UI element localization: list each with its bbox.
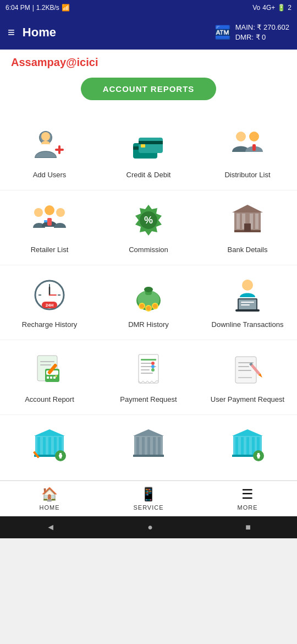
nav-home-label: HOME bbox=[40, 504, 60, 511]
nav-more[interactable]: ☰ MORE bbox=[198, 487, 297, 511]
hamburger-menu[interactable]: ≡ bbox=[8, 25, 15, 40]
bank3-icon bbox=[228, 425, 267, 465]
brand-section: Assampay@icici bbox=[0, 50, 297, 72]
svg-rect-108 bbox=[252, 437, 255, 455]
svg-rect-85 bbox=[37, 437, 40, 455]
commission-icon: % bbox=[129, 200, 168, 240]
svg-point-46 bbox=[140, 304, 144, 308]
svg-point-14 bbox=[45, 205, 54, 215]
payment-request-icon bbox=[129, 350, 168, 390]
svg-rect-52 bbox=[235, 309, 260, 312]
svg-point-15 bbox=[56, 208, 65, 217]
account-reports-button[interactable]: ACCOUNT REPORTS bbox=[81, 78, 217, 100]
grid-item-user-payment-request[interactable]: User Payment Request bbox=[198, 340, 297, 415]
dmr-history-label: DMR History bbox=[128, 320, 169, 330]
svg-rect-12 bbox=[252, 144, 256, 151]
svg-rect-27 bbox=[255, 214, 258, 229]
header-balance: 🏧 MAIN: ₹ 270.602 DMR: ₹ 0 bbox=[215, 23, 289, 42]
grid-item-bank3[interactable] bbox=[198, 415, 297, 481]
network-speed: | bbox=[32, 4, 34, 12]
grid-item-account-report[interactable]: Account Report bbox=[0, 340, 99, 415]
svg-rect-98 bbox=[142, 437, 145, 455]
main-balance: MAIN: ₹ 270.602 bbox=[235, 23, 289, 32]
bank-details-icon bbox=[228, 200, 267, 240]
svg-rect-107 bbox=[246, 437, 249, 455]
grid-item-bank1[interactable] bbox=[0, 415, 99, 481]
user-payment-request-label: User Payment Request bbox=[211, 395, 284, 405]
grid-item-distributor-list[interactable]: Distributor List bbox=[198, 116, 297, 190]
grid-item-retailer-list[interactable]: Retailer List bbox=[0, 190, 99, 265]
grid-item-dmr-history[interactable]: DMR History bbox=[99, 265, 198, 340]
svg-rect-67 bbox=[141, 359, 156, 361]
service-icon: 📱 bbox=[140, 487, 157, 502]
grid-item-credit-debit[interactable]: Credit & Debit bbox=[99, 116, 198, 190]
signal-icon: Vo bbox=[252, 4, 260, 12]
grid-item-recharge-history[interactable]: 24H Recharge History bbox=[0, 265, 99, 340]
svg-rect-9 bbox=[141, 144, 145, 148]
svg-rect-53 bbox=[241, 302, 254, 303]
bank2-icon bbox=[129, 425, 168, 465]
add-users-label: Add Users bbox=[33, 171, 67, 180]
nav-more-label: MORE bbox=[238, 504, 258, 511]
android-square-button[interactable]: ■ bbox=[245, 522, 251, 532]
account-report-icon bbox=[30, 350, 69, 390]
svg-rect-70 bbox=[141, 369, 150, 370]
svg-text:24H: 24H bbox=[46, 303, 54, 308]
status-left: 6:04 PM | 1.2KB/s 📶 bbox=[6, 4, 70, 12]
svg-rect-105 bbox=[235, 437, 238, 455]
svg-point-72 bbox=[151, 362, 155, 365]
svg-rect-17 bbox=[44, 220, 47, 222]
svg-marker-83 bbox=[34, 429, 65, 436]
android-nav-bar: ◄ ● ■ bbox=[0, 516, 297, 538]
svg-rect-101 bbox=[158, 437, 161, 455]
android-back-button[interactable]: ◄ bbox=[46, 522, 55, 532]
svg-rect-58 bbox=[40, 364, 51, 365]
nav-service-label: SERVICE bbox=[133, 504, 163, 511]
svg-rect-93 bbox=[59, 453, 62, 459]
grid-item-bank-details[interactable]: Bank Details bbox=[198, 190, 297, 265]
grid-item-downline-transactions[interactable]: Downline Transactions bbox=[198, 265, 297, 340]
svg-rect-106 bbox=[241, 437, 244, 455]
grid-item-commission[interactable]: % Commission bbox=[99, 190, 198, 265]
grid-item-payment-request[interactable]: Payment Request bbox=[99, 340, 198, 415]
svg-rect-8 bbox=[139, 141, 163, 144]
credit-debit-label: Credit & Debit bbox=[127, 171, 171, 180]
payment-request-label: Payment Request bbox=[120, 395, 177, 405]
distributor-list-icon bbox=[228, 125, 267, 165]
grid-item-add-users[interactable]: Add Users bbox=[0, 116, 99, 190]
android-home-button[interactable]: ● bbox=[147, 522, 153, 532]
dmr-history-icon bbox=[129, 275, 168, 315]
menu-grid: Add Users Credit & Debit bbox=[0, 116, 297, 481]
bottom-nav: 🏠 HOME 📱 SERVICE ☰ MORE bbox=[0, 481, 297, 516]
svg-rect-28 bbox=[244, 223, 251, 231]
nav-home[interactable]: 🏠 HOME bbox=[0, 487, 99, 511]
home-icon: 🏠 bbox=[41, 487, 58, 502]
header: ≡ Home 🏧 MAIN: ₹ 270.602 DMR: ₹ 0 bbox=[0, 15, 297, 50]
bank-details-label: Bank Details bbox=[228, 245, 268, 255]
svg-rect-62 bbox=[50, 376, 52, 379]
status-right: Vo 4G+ 🔋 2 bbox=[252, 4, 292, 12]
recharge-history-icon: 24H bbox=[30, 275, 69, 315]
downline-transactions-label: Downline Transactions bbox=[212, 320, 284, 330]
svg-point-2 bbox=[41, 132, 50, 141]
add-users-icon bbox=[30, 125, 69, 165]
svg-point-49 bbox=[242, 280, 253, 291]
header-title: Home bbox=[23, 25, 215, 40]
svg-rect-97 bbox=[136, 437, 139, 455]
more-icon: ☰ bbox=[241, 487, 254, 502]
svg-point-42 bbox=[144, 287, 153, 292]
svg-text:%: % bbox=[144, 215, 153, 226]
battery-level: 2 bbox=[288, 4, 292, 12]
svg-rect-113 bbox=[257, 453, 260, 459]
credit-debit-icon bbox=[129, 125, 168, 165]
svg-rect-61 bbox=[47, 376, 49, 379]
nav-service[interactable]: 📱 SERVICE bbox=[99, 487, 198, 511]
commission-label: Commission bbox=[129, 245, 168, 255]
grid-item-bank2[interactable] bbox=[99, 415, 198, 481]
svg-rect-99 bbox=[147, 437, 150, 455]
svg-point-10 bbox=[236, 132, 246, 141]
svg-point-47 bbox=[146, 306, 151, 310]
grid-section: Add Users Credit & Debit bbox=[0, 110, 297, 481]
svg-marker-95 bbox=[133, 429, 164, 436]
svg-marker-21 bbox=[232, 205, 263, 212]
